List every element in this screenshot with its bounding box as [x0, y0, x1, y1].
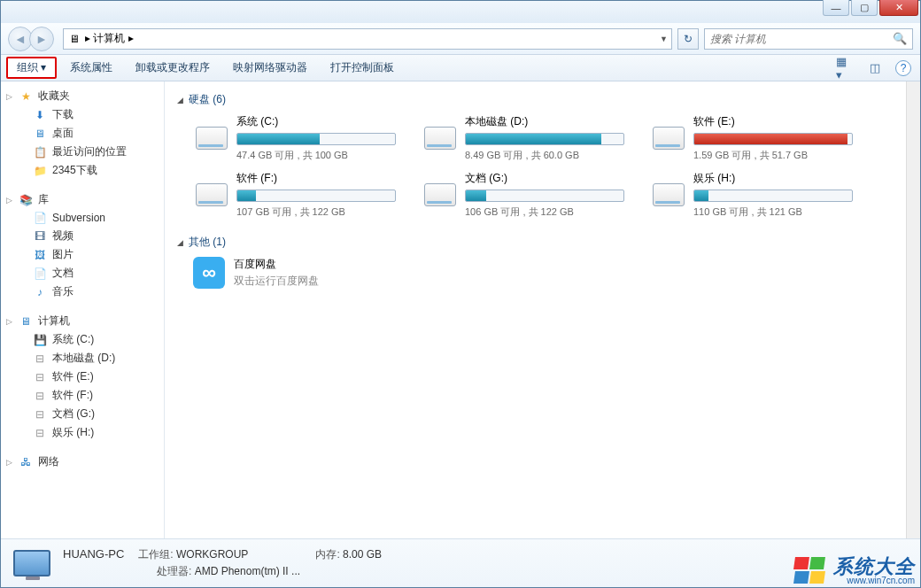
- drive-capacity-bar: [236, 190, 396, 202]
- drive-name: 软件 (E:): [693, 114, 862, 129]
- refresh-button[interactable]: ↻: [677, 28, 699, 50]
- drive-item[interactable]: 娱乐 (H:)110 GB 可用 , 共 121 GB: [648, 171, 864, 219]
- forward-button[interactable]: ►: [29, 27, 54, 51]
- computer-large-icon: [10, 545, 54, 581]
- item-label: 文档 (G:): [52, 406, 95, 422]
- drive-icon: [651, 120, 686, 156]
- control-panel-button[interactable]: 打开控制面板: [321, 57, 404, 79]
- toolbar: 组织 ▾ 系统属性 卸载或更改程序 映射网络驱动器 打开控制面板 ▦ ▾ ◫ ?: [1, 55, 920, 81]
- expand-icon: ▷: [6, 317, 12, 326]
- library-header[interactable]: ▷ 📚 库: [1, 190, 164, 209]
- item-icon: 💾: [33, 333, 47, 347]
- sidebar-item[interactable]: ⬇下载: [1, 105, 164, 124]
- item-label: 软件 (E:): [52, 369, 94, 384]
- search-input[interactable]: [710, 33, 893, 45]
- item-label: 视频: [52, 228, 74, 244]
- network-icon: 🖧: [19, 455, 33, 469]
- computer-header[interactable]: ▷ 🖥 计算机: [1, 312, 164, 330]
- drive-capacity-text: 110 GB 可用 , 共 121 GB: [693, 205, 862, 219]
- scrollbar[interactable]: [906, 81, 920, 538]
- drives-grid: 系统 (C:)47.4 GB 可用 , 共 100 GB本地磁盘 (D:)8.4…: [191, 114, 894, 219]
- address-bar[interactable]: 🖥 ▸ 计算机 ▸ ▼: [63, 28, 672, 50]
- expand-icon: ▷: [6, 458, 12, 467]
- item-label: 最近访问的位置: [52, 144, 127, 159]
- library-icon: 📚: [19, 193, 33, 207]
- drive-icon: [651, 177, 686, 213]
- drive-capacity-text: 8.49 GB 可用 , 共 60.0 GB: [465, 149, 633, 162]
- drive-item[interactable]: 文档 (G:)106 GB 可用 , 共 122 GB: [420, 171, 636, 219]
- sidebar-item[interactable]: 📋最近访问的位置: [1, 143, 164, 161]
- watermark: 系统大全 www.win7cn.com: [794, 557, 915, 585]
- titlebar: — ▢ ✕: [1, 1, 920, 23]
- sidebar-item[interactable]: ♪音乐: [1, 282, 164, 301]
- hdd-section-header[interactable]: ◢ 硬盘 (6): [177, 92, 894, 107]
- computer-group: ▷ 🖥 计算机 💾系统 (C:)⊟本地磁盘 (D:)⊟软件 (E:)⊟软件 (F…: [1, 312, 164, 442]
- network-header[interactable]: ▷ 🖧 网络: [1, 453, 164, 471]
- drive-item[interactable]: 系统 (C:)47.4 GB 可用 , 共 100 GB: [191, 114, 407, 162]
- uninstall-programs-button[interactable]: 卸载或更改程序: [126, 57, 220, 79]
- preview-pane-icon[interactable]: ◫: [865, 58, 885, 78]
- help-icon[interactable]: ?: [895, 60, 911, 76]
- sidebar-item[interactable]: 📁2345下载: [1, 161, 164, 180]
- item-icon: 🖥: [33, 127, 47, 141]
- sidebar-item[interactable]: ⊟本地磁盘 (D:): [1, 349, 164, 368]
- drive-icon: [422, 177, 458, 213]
- minimize-button[interactable]: —: [823, 0, 849, 16]
- star-icon: ★: [19, 89, 33, 104]
- item-label: 图片: [52, 247, 74, 262]
- sidebar-item[interactable]: 📄文档: [1, 264, 164, 282]
- drive-capacity-text: 47.4 GB 可用 , 共 100 GB: [236, 149, 405, 162]
- navigation-bar: ◄ ► 🖥 ▸ 计算机 ▸ ▼ ↻ 🔍: [1, 23, 920, 55]
- system-properties-button[interactable]: 系统属性: [60, 57, 122, 79]
- maximize-button[interactable]: ▢: [851, 0, 878, 16]
- drive-capacity-text: 1.59 GB 可用 , 共 51.7 GB: [693, 149, 862, 162]
- item-icon: ⬇: [33, 108, 47, 122]
- item-label: 本地磁盘 (D:): [52, 351, 115, 366]
- organize-button[interactable]: 组织 ▾: [6, 57, 57, 79]
- sidebar-item[interactable]: ⊟软件 (F:): [1, 386, 164, 405]
- drive-capacity-text: 106 GB 可用 , 共 122 GB: [465, 205, 633, 219]
- other-section-header[interactable]: ◢ 其他 (1): [177, 235, 894, 250]
- item-label: Subversion: [52, 212, 105, 224]
- drive-icon: [422, 120, 458, 156]
- item-icon: ⊟: [33, 370, 47, 384]
- drive-name: 软件 (F:): [236, 171, 405, 186]
- item-label: 2345下载: [52, 163, 97, 178]
- sidebar: ▷ ★ 收藏夹 ⬇下载🖥桌面📋最近访问的位置📁2345下载 ▷ 📚 库 📄Sub…: [1, 81, 165, 538]
- sidebar-item[interactable]: 🖥桌面: [1, 124, 164, 143]
- close-button[interactable]: ✕: [879, 0, 918, 16]
- drive-item[interactable]: 软件 (E:)1.59 GB 可用 , 共 51.7 GB: [648, 114, 864, 162]
- library-group: ▷ 📚 库 📄Subversion🎞视频🖼图片📄文档♪音乐: [1, 190, 164, 301]
- sidebar-item[interactable]: 🖼图片: [1, 245, 164, 264]
- drive-item[interactable]: 软件 (F:)107 GB 可用 , 共 122 GB: [191, 171, 407, 219]
- sidebar-item[interactable]: 💾系统 (C:): [1, 330, 164, 349]
- drive-name: 系统 (C:): [236, 114, 405, 129]
- drive-name: 娱乐 (H:): [693, 171, 862, 186]
- sidebar-item[interactable]: ⊟软件 (E:): [1, 368, 164, 386]
- sidebar-item[interactable]: ⊟娱乐 (H:): [1, 423, 164, 442]
- item-label: 娱乐 (H:): [52, 425, 94, 440]
- content-area: ◢ 硬盘 (6) 系统 (C:)47.4 GB 可用 , 共 100 GB本地磁…: [165, 81, 906, 538]
- sidebar-item[interactable]: 🎞视频: [1, 227, 164, 245]
- favorites-header[interactable]: ▷ ★ 收藏夹: [1, 87, 164, 105]
- drive-name: 本地磁盘 (D:): [465, 114, 633, 129]
- baidu-netdisk-item[interactable]: ∞ 百度网盘 双击运行百度网盘: [193, 257, 894, 289]
- nav-arrows: ◄ ►: [8, 27, 58, 51]
- drive-capacity-text: 107 GB 可用 , 共 122 GB: [236, 205, 405, 219]
- search-icon: 🔍: [893, 32, 907, 45]
- drive-capacity-bar: [236, 133, 396, 145]
- details-pane: HUANG-PC 工作组: WORKGROUP 内存: 8.00 GB 处理器:…: [1, 538, 920, 587]
- search-bar[interactable]: 🔍: [704, 28, 913, 50]
- view-options-icon[interactable]: ▦ ▾: [835, 58, 855, 78]
- drive-capacity-bar: [465, 133, 624, 145]
- address-dropdown-icon[interactable]: ▼: [660, 35, 668, 43]
- item-label: 软件 (F:): [52, 388, 93, 403]
- sidebar-item[interactable]: 📄Subversion: [1, 209, 164, 227]
- map-network-drive-button[interactable]: 映射网络驱动器: [223, 57, 317, 79]
- drive-name: 文档 (G:): [465, 171, 633, 186]
- drive-icon: [194, 120, 229, 156]
- expand-icon: ▷: [6, 92, 12, 101]
- drive-capacity-bar: [693, 190, 853, 202]
- drive-item[interactable]: 本地磁盘 (D:)8.49 GB 可用 , 共 60.0 GB: [420, 114, 636, 162]
- sidebar-item[interactable]: ⊟文档 (G:): [1, 405, 164, 423]
